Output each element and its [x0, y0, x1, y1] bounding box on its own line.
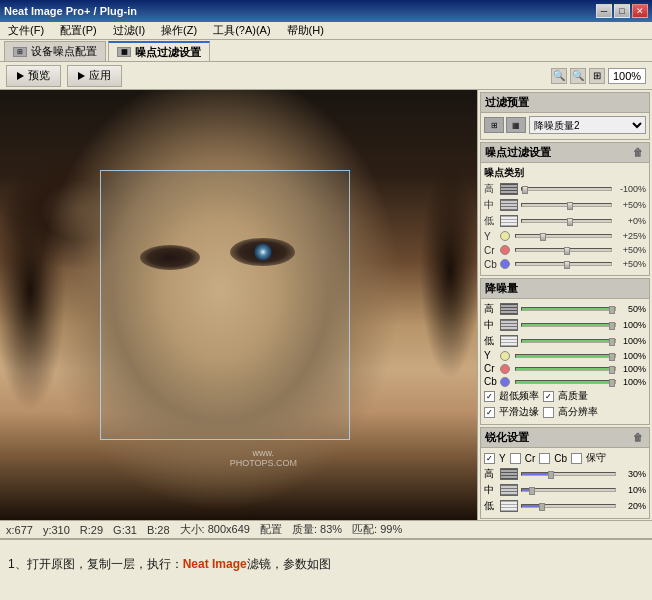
noise-y-track — [515, 234, 612, 238]
nr-low-row: 低 100% — [484, 334, 646, 348]
noise-filter-section: 噪点过滤设置 🗑 噪点类别 高 -100% — [480, 142, 650, 276]
sharpen-high-thumb[interactable] — [548, 471, 554, 479]
nr-y-slider[interactable] — [515, 354, 616, 358]
nr-cr-dot — [500, 364, 510, 374]
menu-help[interactable]: 帮助(H) — [283, 23, 328, 38]
menu-config[interactable]: 配置(P) — [56, 23, 101, 38]
noise-y-thumb[interactable] — [540, 233, 546, 241]
sharpen-high-slider[interactable] — [521, 472, 616, 476]
minimize-button[interactable]: ─ — [596, 4, 612, 18]
status-x: x:677 — [6, 524, 33, 536]
sharpen-trash-icon[interactable]: 🗑 — [633, 432, 645, 444]
sharpen-high-label: 高 — [484, 467, 498, 481]
checkbox-row-2: 平滑边缘 高分辨率 — [484, 405, 646, 419]
sharpen-low-slider[interactable] — [521, 504, 616, 508]
status-bar: x:677 y:310 R:29 G:31 B:28 大小: 800x649 配… — [0, 520, 652, 538]
sharpen-cr-checkbox[interactable] — [510, 453, 521, 464]
noise-high-slider[interactable] — [521, 183, 612, 195]
bottom-bar: 1、打开原图，复制一层，执行：Neat Image滤镜，参数如图 — [0, 538, 652, 588]
sharpen-mid-slider[interactable] — [521, 488, 616, 492]
preview-play-icon — [17, 72, 24, 80]
noise-cr-row: Cr +50% — [484, 244, 646, 256]
maximize-button[interactable]: □ — [614, 4, 630, 18]
preview-button[interactable]: 预览 — [6, 65, 61, 87]
close-button[interactable]: ✕ — [632, 4, 648, 18]
nr-high-thumb[interactable] — [609, 306, 615, 314]
nr-high-slider[interactable] — [521, 307, 616, 311]
noise-low-label: 低 — [484, 214, 498, 228]
title-bar: Neat Image Pro+ / Plug-in ─ □ ✕ — [0, 0, 652, 22]
menu-filter[interactable]: 过滤(I) — [109, 23, 149, 38]
sharpen-conservative-checkbox[interactable] — [571, 453, 582, 464]
nr-cr-thumb[interactable] — [609, 366, 615, 374]
nr-low-slider[interactable] — [521, 339, 616, 343]
nr-mid-slider[interactable] — [521, 323, 616, 327]
noise-cb-slider[interactable] — [515, 258, 612, 270]
zoom-in-button[interactable]: 🔍 — [570, 68, 586, 84]
nr-cr-row: Cr 100% — [484, 363, 646, 374]
noise-cr-slider[interactable] — [515, 244, 612, 256]
noise-reduction-header: 降噪量 — [480, 278, 650, 299]
noise-mid-thumb[interactable] — [567, 202, 573, 210]
noise-filter-label: 噪点过滤设置 — [485, 145, 551, 160]
menu-operate[interactable]: 操作(Z) — [157, 23, 201, 38]
noise-low-slider[interactable] — [521, 215, 612, 227]
nr-cb-slider[interactable] — [515, 380, 616, 384]
noise-mid-track — [521, 203, 612, 207]
nr-high-icon — [500, 303, 518, 315]
noise-cr-thumb[interactable] — [564, 247, 570, 255]
noise-filter-trash-icon[interactable]: 🗑 — [633, 147, 645, 159]
nr-mid-thumb[interactable] — [609, 322, 615, 330]
sharpen-section: 锐化设置 🗑 Y Cr Cb 保守 高 — [480, 427, 650, 519]
menu-tools[interactable]: 工具(?A)(A) — [209, 23, 274, 38]
nr-low-icon — [500, 335, 518, 347]
nr-cr-slider[interactable] — [515, 367, 616, 371]
eye-right — [230, 238, 295, 266]
nr-y-thumb[interactable] — [609, 353, 615, 361]
nr-cr-value: 100% — [618, 364, 646, 374]
apply-button[interactable]: 应用 — [67, 65, 122, 87]
zoom-fit-button[interactable]: ⊞ — [589, 68, 605, 84]
high-res-checkbox[interactable] — [543, 407, 554, 418]
noise-cr-track — [515, 248, 612, 252]
noise-mid-value: +50% — [614, 200, 646, 210]
super-freq-checkbox[interactable] — [484, 391, 495, 402]
preset-row: ⊞ ▦ 降噪质量2 — [484, 116, 646, 134]
smooth-edge-checkbox[interactable] — [484, 407, 495, 418]
preset-select[interactable]: 降噪质量2 — [529, 116, 646, 134]
noise-low-track — [521, 219, 612, 223]
sharpen-mid-thumb[interactable] — [529, 487, 535, 495]
noise-reduction-content: 高 50% 中 100% 低 — [480, 299, 650, 425]
sharpen-low-label: 低 — [484, 499, 498, 513]
menu-file[interactable]: 文件(F) — [4, 23, 48, 38]
sharpen-mid-icon — [500, 484, 518, 496]
sharpen-cb-checkbox[interactable] — [539, 453, 550, 464]
preset-icon-2[interactable]: ▦ — [506, 117, 526, 133]
high-res-label: 高分辨率 — [558, 405, 598, 419]
noise-y-label: Y — [484, 231, 498, 242]
sharpen-low-value: 20% — [618, 501, 646, 511]
sharpen-low-thumb[interactable] — [539, 503, 545, 511]
noise-mid-slider[interactable] — [521, 199, 612, 211]
nr-cb-label: Cb — [484, 376, 498, 387]
eye-left — [140, 245, 200, 270]
status-quality: 质量: 83% — [292, 522, 342, 537]
nr-low-thumb[interactable] — [609, 338, 615, 346]
status-match: 匹配: 99% — [352, 522, 402, 537]
tab-device[interactable]: ⊞ 设备噪点配置 — [4, 41, 106, 61]
zoom-out-button[interactable]: 🔍 — [551, 68, 567, 84]
sharpen-y-checkbox[interactable] — [484, 453, 495, 464]
tab-noise-filter[interactable]: ▦ 噪点过滤设置 — [108, 41, 210, 61]
image-container — [0, 90, 477, 520]
noise-low-thumb[interactable] — [567, 218, 573, 226]
filter-preset-section: 过滤预置 ⊞ ▦ 降噪质量2 — [480, 92, 650, 140]
sharpen-mid-value: 10% — [618, 485, 646, 495]
nr-cb-thumb[interactable] — [609, 379, 615, 387]
noise-y-slider[interactable] — [515, 230, 612, 242]
high-quality-checkbox[interactable] — [543, 391, 554, 402]
nr-mid-value: 100% — [618, 320, 646, 330]
noise-high-value: -100% — [614, 184, 646, 194]
noise-high-thumb[interactable] — [522, 186, 528, 194]
preset-icon-1[interactable]: ⊞ — [484, 117, 504, 133]
noise-cb-thumb[interactable] — [564, 261, 570, 269]
